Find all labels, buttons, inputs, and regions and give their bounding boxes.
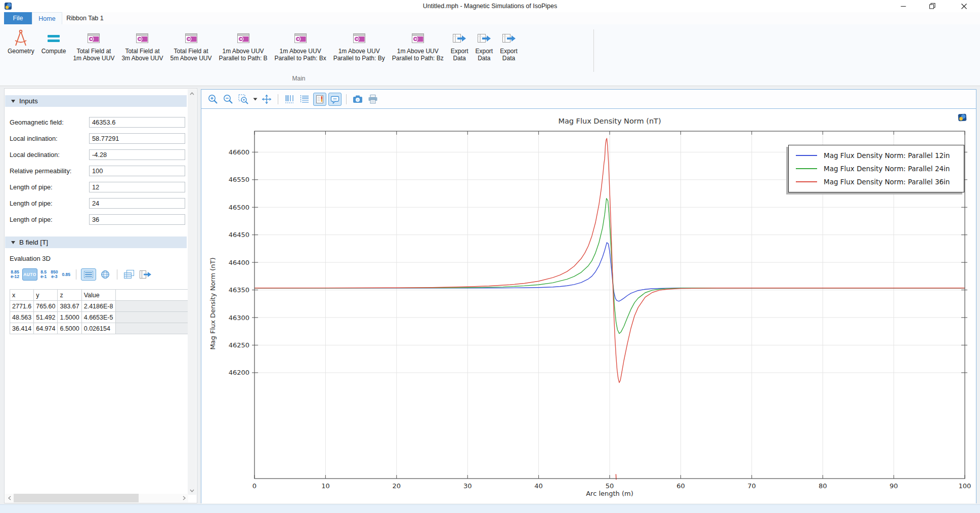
button-label: Compute [41,48,66,55]
globe-view-button[interactable] [99,268,112,281]
zoom-dropdown-button[interactable] [252,93,258,106]
restore-button[interactable] [921,0,944,12]
svg-text:46500: 46500 [229,204,249,211]
x-grid-icon [284,94,295,105]
button-label: 1m Above UUV [397,48,439,55]
auto-precision-button[interactable]: AUTO [22,268,37,281]
precision-850e-3-button[interactable]: 850 e-3 [49,270,60,279]
copy-table-button[interactable] [122,268,136,281]
zoom-box-button[interactable] [237,93,250,106]
precision-8.5e-1-button[interactable]: 8.5 e-1 [38,270,49,279]
precision-0.85-button[interactable]: 0.85 [60,272,73,277]
x-axis-grid-button[interactable] [283,93,296,106]
export-data-button-1[interactable]: Export Data [447,26,472,62]
field-label: Relative permeability: [10,167,71,175]
field-label: Length of pipe: [10,183,53,191]
pipe-length-36-input[interactable]: 36 [89,214,185,225]
scroll-right-button[interactable] [180,494,188,502]
plot-canvas[interactable]: 0102030405060708090100462004625046300463… [201,108,976,503]
scroll-down-button[interactable] [188,486,196,495]
cell: 48.563 [10,312,34,323]
table-row[interactable]: 48.563 51.492 1.5000 4.6653E-5 [10,312,192,323]
y-axis-grid-button[interactable] [298,93,311,106]
pipe-length-24-input[interactable]: 24 [89,198,185,209]
comsol-logo-button[interactable] [956,112,968,123]
export-data-button-3[interactable]: Export Data [496,26,521,62]
bfield-section-header[interactable]: B field [T] [5,236,187,248]
print-button[interactable] [366,93,379,106]
svg-text:70: 70 [748,482,756,490]
geometry-button[interactable]: Geometry [4,26,38,55]
inputs-section-header[interactable]: Inputs [5,95,187,107]
total-field-1m-button[interactable]: Total Field at 1m Above UUV [69,26,118,62]
local-inclination-input[interactable]: 58.77291 [89,133,185,144]
horizontal-scrollbar[interactable] [5,494,188,502]
collapse-triangle-icon [11,100,15,103]
export-table-button[interactable] [139,268,153,281]
svg-text:46250: 46250 [229,341,249,349]
compute-equals-icon [46,30,61,46]
svg-text:46350: 46350 [229,286,249,294]
relative-permeability-input[interactable]: 100 [89,166,185,176]
geomagnetic-field-input[interactable]: 46353.6 [89,117,185,128]
window-title: Untitled.mph - Magnetic Simulations of I… [0,0,980,12]
zoom-out-button[interactable] [222,93,235,106]
total-field-5m-button[interactable]: Total Field at 5m Above UUV [166,26,215,62]
zoom-extents-icon [261,94,272,105]
svg-text:20: 20 [393,482,401,490]
cell-empty [115,312,191,323]
table-header-row: x y z Value [10,290,192,301]
local-declination-input[interactable]: -4.28 [89,149,185,160]
legend-toggle-button[interactable] [313,93,326,106]
export-data-button-2[interactable]: Export Data [472,26,496,62]
form-row: Local declination: -4.28 [10,149,188,160]
status-strip [0,504,980,513]
table-view-button[interactable] [81,268,96,281]
ribbon-group-separator [593,29,594,72]
field-label: Local declination: [10,151,60,159]
evaluation-toolbar: 8.85 e-12 AUTO 8.5 e-1 850 e-3 0.85 [9,268,154,281]
svg-text:46600: 46600 [229,148,249,156]
zoom-in-button[interactable] [206,93,220,106]
total-field-3m-button[interactable]: Total Field at 3m Above UUV [118,26,166,62]
snapshot-button[interactable] [351,93,364,106]
button-label: 1m Above UUV [73,55,114,62]
close-icon [961,4,967,9]
legend-label: Mag Flux Density Norm: Parallel 24in [824,165,950,173]
vertical-scrollbar[interactable] [188,89,196,495]
tooltip-toggle-button[interactable] [328,93,342,106]
pipe-length-12-input[interactable]: 12 [89,182,185,192]
precision-8.85e-12-button[interactable]: 8.85 e-12 [9,270,21,279]
parallel-path-by-button[interactable]: 1m Above UUV Parallel to Path: By [330,26,389,62]
button-label: Export [475,48,493,55]
collapse-triangle-icon [11,241,15,244]
table-row[interactable]: 36.414 64.974 6.5000 0.026154 [10,323,192,334]
cell: 6.5000 [58,323,81,334]
scrollbar-thumb[interactable] [14,494,139,502]
column-header-value[interactable]: Value [81,290,115,301]
column-header-z[interactable]: z [58,290,81,301]
scroll-left-button[interactable] [5,494,14,502]
button-label: 1m Above UUV [223,48,264,55]
export-data-icon [477,33,491,44]
zoom-extents-button[interactable] [260,93,273,106]
parallel-path-bz-button[interactable]: 1m Above UUV Parallel to Path: Bz [389,26,447,62]
scroll-up-button[interactable] [188,89,196,98]
field-label: Length of pipe: [10,216,53,223]
svg-text:46300: 46300 [229,314,249,322]
column-header-y[interactable]: y [34,290,58,301]
parallel-path-b-button[interactable]: 1m Above UUV Parallel to Path: B [216,26,271,62]
minimize-button[interactable] [891,0,915,12]
zoom-in-icon [207,94,219,105]
cell: 64.974 [34,323,58,334]
column-header-empty [115,290,191,301]
chip-text: e-3 [51,274,57,279]
compute-button[interactable]: Compute [38,26,70,55]
parallel-path-bx-button[interactable]: 1m Above UUV Parallel to Path: Bx [271,26,330,62]
tab-home[interactable]: Home [32,12,62,24]
column-header-x[interactable]: x [10,290,34,301]
close-button[interactable] [952,0,975,12]
tab-file[interactable]: File [4,12,32,24]
tab-ribbon-1[interactable]: Ribbon Tab 1 [62,12,108,24]
table-row[interactable]: 2771.6 765.60 383.67 2.4186E-8 [10,301,192,312]
